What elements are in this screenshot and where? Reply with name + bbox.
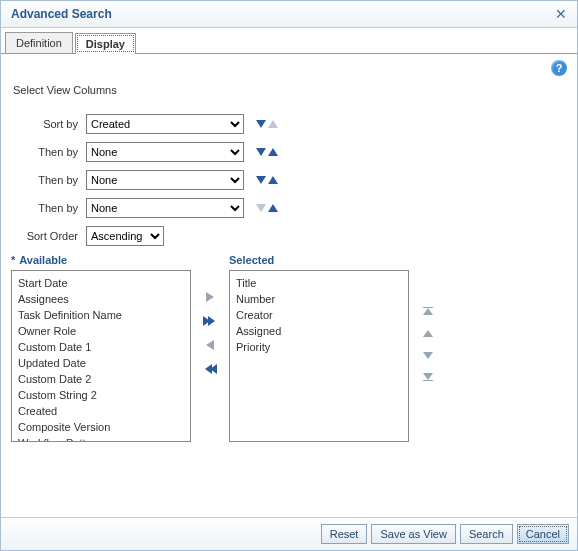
reorder-buttons <box>419 254 437 384</box>
sort-asc-icon[interactable] <box>268 120 278 128</box>
available-listbox[interactable]: Start DateAssigneesTask Definition NameO… <box>11 270 191 442</box>
move-top-icon <box>423 307 433 316</box>
sort-desc-icon[interactable] <box>256 204 266 212</box>
list-item[interactable]: Number <box>234 291 404 307</box>
sort-by-select[interactable]: Created <box>86 114 244 134</box>
advanced-search-dialog: Advanced Search ✕ Definition Display ? S… <box>0 0 578 551</box>
titlebar: Advanced Search ✕ <box>1 1 577 28</box>
save-as-view-button[interactable]: Save as View <box>371 524 455 544</box>
tab-definition[interactable]: Definition <box>5 32 73 53</box>
list-item[interactable]: Custom Date 2 <box>16 371 186 387</box>
list-item[interactable]: Workflow Pattern <box>16 435 186 442</box>
then-by-select-2[interactable]: None <box>86 170 244 190</box>
move-left-button[interactable] <box>201 338 219 352</box>
display-panel: ? Select View Columns Sort by Created Th… <box>1 54 577 517</box>
sort-order-row: Sort Order Ascending <box>11 226 567 246</box>
chevron-left-icon <box>206 340 214 350</box>
section-title: Select View Columns <box>13 84 567 96</box>
list-item[interactable]: Updated Date <box>16 355 186 371</box>
sort-row-2: Then by None <box>11 142 567 162</box>
move-top-button[interactable] <box>419 304 437 318</box>
selected-listbox[interactable]: TitleNumberCreatorAssignedPriority <box>229 270 409 442</box>
chevron-right-icon <box>206 292 214 302</box>
sort-asc-icon[interactable] <box>268 204 278 212</box>
then-by-label-3: Then by <box>11 202 86 214</box>
move-all-right-button[interactable] <box>201 314 219 328</box>
sort-asc-icon[interactable] <box>268 148 278 156</box>
then-by-select-1[interactable]: None <box>86 142 244 162</box>
then-by-label-2: Then by <box>11 174 86 186</box>
list-item[interactable]: Assignees <box>16 291 186 307</box>
list-item[interactable]: Owner Role <box>16 323 186 339</box>
cancel-button[interactable]: Cancel <box>517 524 569 544</box>
move-all-left-button[interactable] <box>201 362 219 376</box>
required-marker: * <box>11 254 15 266</box>
list-item[interactable]: Priority <box>234 339 404 355</box>
sort-by-label: Sort by <box>11 118 86 130</box>
move-down-button[interactable] <box>419 348 437 362</box>
column-picker: *Available Start DateAssigneesTask Defin… <box>11 254 567 442</box>
then-by-select-3[interactable]: None <box>86 198 244 218</box>
list-item[interactable]: Start Date <box>16 275 186 291</box>
sort-desc-icon[interactable] <box>256 120 266 128</box>
move-bottom-button[interactable] <box>419 370 437 384</box>
dialog-footer: Reset Save as View Search Cancel <box>1 517 577 550</box>
list-item[interactable]: Custom String 2 <box>16 387 186 403</box>
then-by-label-1: Then by <box>11 146 86 158</box>
close-icon[interactable]: ✕ <box>553 6 569 22</box>
list-item[interactable]: Custom Date 1 <box>16 339 186 355</box>
list-item[interactable]: Created <box>16 403 186 419</box>
list-item[interactable]: Composite Version <box>16 419 186 435</box>
list-item[interactable]: Title <box>234 275 404 291</box>
list-item[interactable]: Task Definition Name <box>16 307 186 323</box>
sort-row-3: Then by None <box>11 170 567 190</box>
move-bottom-icon <box>423 373 433 382</box>
available-header: *Available <box>11 254 191 266</box>
move-up-button[interactable] <box>419 326 437 340</box>
sort-desc-icon[interactable] <box>256 176 266 184</box>
dialog-title: Advanced Search <box>11 7 112 21</box>
sort-desc-icon[interactable] <box>256 148 266 156</box>
list-item[interactable]: Creator <box>234 307 404 323</box>
chevron-down-icon <box>423 352 433 359</box>
tabstrip: Definition Display <box>1 28 577 54</box>
sort-asc-icon[interactable] <box>268 176 278 184</box>
move-right-button[interactable] <box>201 290 219 304</box>
sort-order-label: Sort Order <box>11 230 86 242</box>
sort-row-4: Then by None <box>11 198 567 218</box>
selected-header: Selected <box>229 254 409 266</box>
list-item[interactable]: Assigned <box>234 323 404 339</box>
sort-order-select[interactable]: Ascending <box>86 226 164 246</box>
reset-button[interactable]: Reset <box>321 524 368 544</box>
transfer-buttons <box>201 254 219 376</box>
help-icon[interactable]: ? <box>551 60 567 76</box>
sort-row-1: Sort by Created <box>11 114 567 134</box>
tab-display[interactable]: Display <box>75 33 136 54</box>
search-button[interactable]: Search <box>460 524 513 544</box>
chevron-up-icon <box>423 330 433 337</box>
